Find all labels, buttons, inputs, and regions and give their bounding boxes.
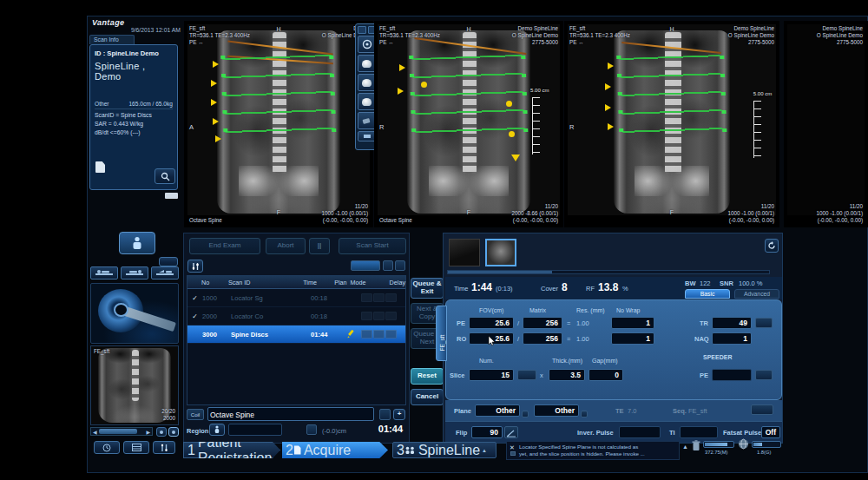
table-row[interactable]: ✓ 2000 Locator Co 00:18: [187, 307, 405, 325]
position-feet-first-button[interactable]: [121, 266, 148, 279]
thick-field[interactable]: 3.5: [549, 369, 585, 381]
mode-chip[interactable]: [373, 330, 385, 339]
pe-nowrap-field[interactable]: 1: [611, 317, 654, 329]
roi-rotate-tool-button[interactable]: [358, 93, 376, 110]
thumbnail-scrollbar[interactable]: ◀ ▶: [90, 427, 153, 436]
palette-collapse-button[interactable]: [358, 131, 376, 141]
viewport-4[interactable]: Demo SpineLineO SpineLine Demo2775-5000 …: [784, 21, 868, 227]
slice-marker-icon[interactable]: [608, 123, 614, 130]
slice-marker-icon[interactable]: [213, 118, 219, 125]
coil-value-field[interactable]: Octave Spine: [207, 407, 374, 421]
slice-marker-icon[interactable]: [399, 64, 405, 71]
pe-matrix-field[interactable]: 256: [523, 317, 562, 329]
flip-angle-chip[interactable]: [504, 426, 518, 438]
list-mini-button[interactable]: [383, 260, 393, 271]
slice-num-field[interactable]: 15: [469, 369, 514, 381]
mode-chip[interactable]: [385, 293, 397, 302]
sort-button[interactable]: [153, 441, 175, 454]
mode-chip[interactable]: [385, 312, 397, 320]
viewport-3[interactable]: 5.00 cm FE_sftTR=536.1 TE=2.3 400HzPE ↔ …: [564, 21, 779, 227]
viewport-1[interactable]: FE_sftTR=536.1 TE=2.3 400HzPE ↔ H DemoO …: [184, 21, 373, 227]
viewport-2[interactable]: 5.00 cm FE_sftTR=536.1 TE=2.3 400HzPE ↔ …: [374, 21, 563, 227]
gap-field[interactable]: 0: [589, 369, 623, 381]
mode-chip[interactable]: [361, 312, 372, 320]
ro-nowrap-field[interactable]: 1: [611, 332, 654, 345]
tr-unit-chip[interactable]: [755, 318, 773, 328]
position-supine-button[interactable]: [151, 266, 179, 279]
network-globe-icon[interactable]: [738, 438, 749, 450]
landmark-dot[interactable]: [509, 131, 515, 137]
magnifier-button[interactable]: [155, 168, 175, 184]
col-time[interactable]: Time: [303, 279, 331, 286]
view-mode-1-button[interactable]: [156, 427, 167, 437]
slice-marker-icon[interactable]: [605, 104, 611, 111]
mode-chip[interactable]: [385, 330, 397, 339]
thumbnail-strip-scrollbar[interactable]: [447, 270, 770, 274]
slice-marker-icon[interactable]: [215, 135, 221, 142]
position-head-first-button[interactable]: [90, 266, 118, 279]
eraser-tool-button[interactable]: [358, 112, 376, 129]
view-mode-2-button[interactable]: [168, 427, 179, 437]
mri-image-4[interactable]: [787, 24, 865, 215]
scroll-left-icon[interactable]: ◀: [93, 429, 97, 435]
region-body-button[interactable]: [209, 424, 225, 436]
col-no[interactable]: No: [201, 279, 228, 286]
slice-lines[interactable]: [621, 55, 724, 146]
close-message-icon[interactable]: ✕: [510, 444, 515, 451]
coil-add-button[interactable]: +: [393, 409, 405, 420]
pin-message-icon[interactable]: [510, 451, 516, 456]
mode-chip[interactable]: [361, 330, 372, 339]
slice-lines[interactable]: [222, 55, 334, 147]
flip-field[interactable]: 90: [471, 426, 503, 438]
tr-field[interactable]: 49: [712, 317, 752, 329]
naq-field[interactable]: 1: [712, 332, 752, 345]
end-exam-button[interactable]: End Exam: [189, 238, 260, 254]
roi-tool-button[interactable]: [358, 55, 376, 72]
refresh-button[interactable]: [765, 239, 779, 253]
sequence-side-tab[interactable]: FE_sft: [436, 306, 447, 361]
scan-start-button[interactable]: Scan Start: [339, 238, 406, 254]
table-row-selected[interactable]: 3000 Spine Discs 01:44: [187, 325, 405, 344]
mri-image-2[interactable]: 5.00 cm: [378, 24, 560, 215]
speeder-pe-field[interactable]: [712, 369, 752, 381]
step-patient-registration[interactable]: 1 Patient Registration: [183, 442, 280, 458]
trash-icon[interactable]: [692, 440, 700, 451]
mri-image-3[interactable]: 5.00 cm: [568, 24, 776, 215]
col-delay[interactable]: Delay: [390, 279, 405, 286]
expand-message-icon[interactable]: ▲: [682, 444, 688, 450]
step-spineline[interactable]: 3 SpineLine ▲: [392, 442, 496, 458]
seq-option-chip[interactable]: [751, 404, 773, 415]
tab-advanced[interactable]: Advanced: [734, 289, 779, 299]
table-list-button[interactable]: [123, 441, 149, 454]
mode-chip[interactable]: [361, 293, 372, 302]
pe-fov-field[interactable]: 25.6: [469, 317, 514, 329]
coil-button[interactable]: Coil: [187, 409, 204, 420]
sidebar-thumbnail[interactable]: FE_sft 20/20 2000: [90, 345, 179, 425]
inver-pulse-field[interactable]: [619, 426, 661, 438]
slice-marker-icon[interactable]: [211, 99, 217, 106]
step3-expand-icon[interactable]: ▲: [482, 448, 487, 453]
coil-minus-button[interactable]: [379, 409, 391, 420]
queue-exit-button[interactable]: Queue & Exit: [411, 278, 444, 299]
scroll-handle[interactable]: [448, 271, 552, 273]
fatsat-field[interactable]: Off: [761, 426, 780, 438]
ti-field[interactable]: [680, 426, 718, 438]
abort-button[interactable]: Abort: [266, 238, 306, 254]
pause-button[interactable]: ||: [309, 238, 330, 254]
slice-marker-icon[interactable]: [398, 88, 404, 95]
plane-dd-2[interactable]: [581, 411, 588, 418]
list-mini-button[interactable]: [395, 260, 405, 271]
slice-marker-icon[interactable]: [605, 83, 611, 90]
col-scan-id[interactable]: Scan ID: [228, 279, 303, 286]
region-checkbox[interactable]: [306, 424, 317, 435]
list-option-button[interactable]: [351, 260, 380, 271]
mode-chip[interactable]: [373, 312, 385, 320]
speeder-chip[interactable]: [755, 370, 773, 380]
table-row[interactable]: ✓ 1000 Locator Sg 00:18: [187, 289, 405, 307]
gantry-tool-button[interactable]: [358, 36, 376, 53]
slice-mode-chip[interactable]: [517, 370, 536, 380]
sequence-thumbnail-selected[interactable]: [485, 239, 516, 266]
patient-position-button[interactable]: [119, 232, 155, 254]
landmark-arrow[interactable]: [511, 155, 520, 161]
roi-move-tool-button[interactable]: [358, 74, 376, 91]
